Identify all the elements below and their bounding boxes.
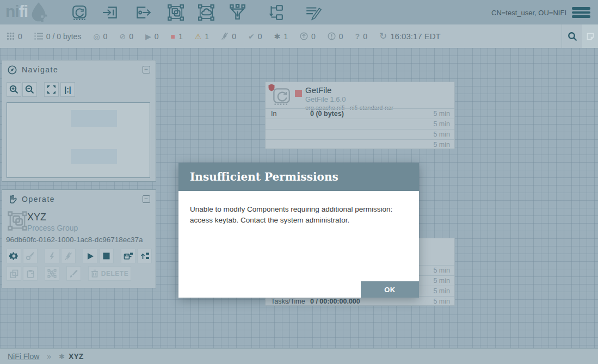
locally-modified-stale-indicator: 0	[328, 32, 343, 41]
funnel-component-icon[interactable]	[229, 4, 246, 21]
processor-icon	[272, 87, 291, 106]
disabled-bolt-icon	[221, 32, 229, 40]
remote-process-group-component-icon[interactable]	[198, 4, 215, 21]
locally-modified-asterisk-icon: ✱	[59, 353, 65, 361]
nifi-logo: nifi	[5, 1, 48, 22]
breadcrumb-bar: NiFi Flow » ✱ XYZ	[0, 348, 598, 364]
processor-name: GetFile	[305, 85, 331, 95]
paste-button	[23, 266, 38, 281]
upload-template-button[interactable]	[137, 249, 152, 263]
breadcrumb-separator: »	[47, 352, 51, 361]
disabled-indicator: 0	[221, 32, 236, 41]
hand-icon	[8, 195, 17, 204]
stat-row: 5 min	[266, 139, 454, 150]
locally-modified-asterisk-icon: ✱	[274, 33, 280, 40]
zoom-out-button[interactable]	[22, 82, 37, 97]
sync-failure-indicator: ? 0	[355, 32, 367, 41]
stale-arrow-icon	[300, 32, 308, 40]
queued-indicator: 0 / 0 bytes	[34, 32, 82, 41]
minimap-processor-rect	[71, 110, 117, 127]
navigate-palette: Navigate − |:|	[2, 60, 156, 182]
question-icon: ?	[355, 33, 360, 40]
operate-palette: Operate − XYZ Process Group 96db60fc-016…	[2, 189, 156, 288]
access-policies-button	[23, 249, 38, 263]
logo-text-fi: fi	[19, 2, 28, 21]
refresh-icon[interactable]: ↻	[379, 30, 387, 42]
stat-row: 5 min	[266, 129, 454, 139]
exclamation-circle-icon	[328, 32, 336, 40]
dialog-title: Insufficient Permissions	[190, 170, 338, 183]
start-button[interactable]	[83, 249, 97, 263]
queued-list-icon	[34, 32, 43, 40]
stopped-square-icon: ■	[171, 33, 175, 40]
enable-button	[45, 249, 59, 263]
app-header: nifi	[0, 0, 598, 24]
search-icon	[568, 32, 577, 41]
navigate-title: Navigate	[22, 65, 58, 74]
logo-text-ni: ni	[5, 2, 19, 21]
configure-button[interactable]	[7, 249, 21, 263]
transmitting-indicator: ◎ 0	[93, 32, 107, 41]
last-refresh-time: 16:03:17 EDT	[390, 32, 441, 41]
selected-component-id: 96db60fc-0162-1000-1ac8-dc96718ec37a	[6, 236, 143, 244]
invalid-warning-icon: ⚠	[195, 33, 202, 40]
threads-grid-icon	[7, 32, 15, 40]
fill-color-button	[66, 266, 81, 281]
bulletin-note-button[interactable]	[582, 24, 598, 48]
stopped-status-square	[295, 90, 302, 97]
up-to-date-check-icon: ✔	[248, 33, 255, 40]
running-play-icon: ▶	[145, 33, 151, 40]
breadcrumb-root-link[interactable]: NiFi Flow	[8, 352, 39, 361]
minimap-processor-rect	[71, 149, 117, 164]
stop-button[interactable]	[99, 249, 114, 263]
process-group-component-icon[interactable]	[167, 4, 184, 21]
selected-component-name: XYZ	[27, 212, 46, 223]
group-button	[45, 266, 59, 281]
not-transmitting-icon: ⊘	[119, 33, 126, 40]
processor-version: GetFile 1.6.0	[305, 95, 346, 103]
template-component-icon[interactable]	[267, 4, 284, 21]
stat-row-in: In0 (0 bytes)5 min	[266, 108, 454, 119]
running-indicator: ▶ 0	[145, 32, 159, 41]
nifi-droplet-icon	[29, 1, 48, 22]
zoom-in-button[interactable]	[7, 82, 21, 97]
locally-modified-indicator: ✱ 1	[274, 32, 288, 41]
insufficient-permissions-dialog: Insufficient Permissions Unable to modif…	[178, 163, 419, 298]
disable-button	[61, 249, 76, 263]
birdseye-minimap[interactable]	[7, 102, 150, 178]
note-icon	[586, 32, 595, 41]
stale-indicator: 0	[300, 32, 316, 41]
delete-button: DELETE	[88, 266, 131, 281]
selected-component-type: Process Group	[27, 224, 78, 232]
refresh-status: ↻ 16:03:17 EDT	[379, 30, 441, 42]
breadcrumb-current: XYZ	[69, 352, 83, 361]
global-menu-button[interactable]	[572, 7, 590, 18]
operate-collapse-button[interactable]: −	[143, 195, 150, 203]
current-user-label: CN=test_user, OU=NIFI	[491, 9, 566, 17]
navigate-collapse-button[interactable]: −	[143, 66, 150, 73]
invalid-indicator: ⚠ 1	[195, 32, 209, 41]
processor-component-icon[interactable]	[71, 4, 88, 21]
operate-title: Operate	[22, 195, 55, 203]
transmitting-icon: ◎	[93, 33, 100, 40]
trash-icon	[91, 269, 98, 277]
label-component-icon[interactable]	[305, 4, 322, 21]
stat-row: 5 min	[266, 119, 454, 129]
output-port-component-icon[interactable]	[134, 4, 152, 21]
process-group-icon	[7, 211, 28, 231]
not-transmitting-indicator: ⊘ 0	[119, 32, 133, 41]
zoom-fit-button[interactable]	[44, 82, 59, 97]
input-port-component-icon[interactable]	[102, 4, 119, 21]
flow-status-bar: 0 0 / 0 bytes ◎ 0 ⊘ 0 ▶ 0 ■ 1 ⚠ 1 0 ✔ 0 …	[0, 24, 598, 48]
search-button[interactable]	[562, 24, 582, 48]
zoom-actual-size-button[interactable]: |:|	[60, 82, 75, 97]
processor-getfile[interactable]: GetFile GetFile 1.6.0 org.apache.nifi - …	[265, 82, 455, 149]
dialog-message: Unable to modify Components requiring ad…	[178, 191, 409, 225]
copy-button	[7, 266, 21, 281]
stopped-indicator: ■ 1	[171, 32, 183, 41]
up-to-date-indicator: ✔ 0	[248, 32, 262, 41]
compass-icon	[8, 65, 17, 75]
ok-button[interactable]: OK	[361, 281, 419, 298]
create-template-button[interactable]	[121, 249, 135, 263]
flow-canvas[interactable]: Navigate − |:| Operate −	[0, 48, 598, 348]
